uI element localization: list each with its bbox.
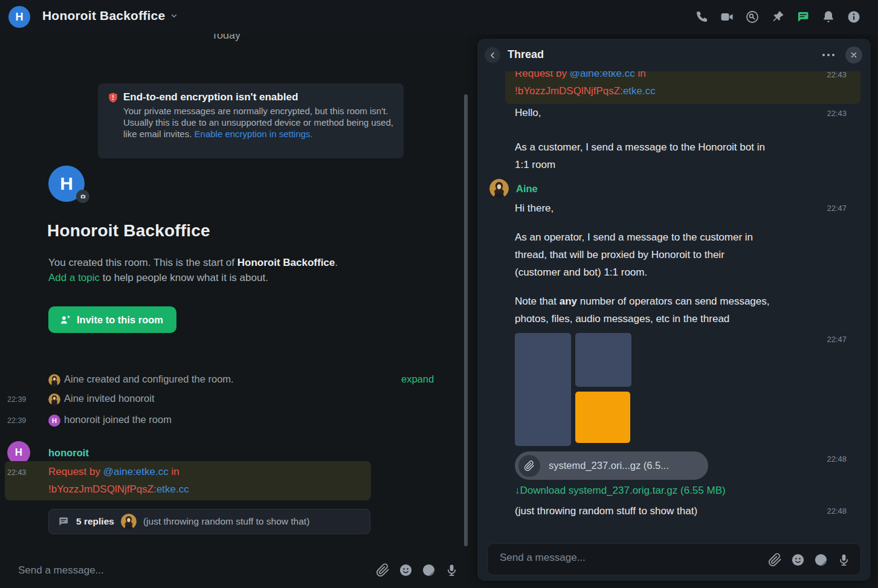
- voice-message-icon[interactable]: [445, 563, 459, 577]
- room-id-text: !bYozzJmDSQlNjfPqsZ: [48, 483, 153, 495]
- event-timestamp: 22:39: [7, 395, 26, 404]
- honoroit-avatar-small[interactable]: H: [48, 415, 60, 427]
- event-row-created: Aine created and configured the room. ex…: [0, 373, 447, 388]
- message-timestamp: 22:43: [7, 468, 26, 477]
- search-icon[interactable]: [745, 10, 760, 24]
- back-icon[interactable]: [485, 47, 500, 63]
- message-text: Request by: [48, 466, 103, 477]
- chevron-down-icon: [170, 11, 178, 20]
- room-id-text: !bYozzJmDSQlNjfPqsZ: [515, 85, 620, 97]
- user-mention-pill[interactable]: @aine:etke.cc: [103, 466, 169, 477]
- room-avatar-small[interactable]: H: [8, 6, 30, 28]
- thread-timeline: Request by @aine:etke.cc in 22:43 !bYozz…: [477, 39, 871, 581]
- reply-count: 5 replies: [76, 516, 114, 527]
- file-attachment[interactable]: systemd_237.ori...gz (6.5...: [515, 451, 708, 480]
- sticker-icon[interactable]: [814, 553, 828, 567]
- timestamp: 22:48: [827, 506, 847, 515]
- image-panel-orange: [575, 392, 630, 443]
- message-line-1: Request by @aine:etke.cc in: [48, 466, 179, 478]
- message-input[interactable]: [18, 562, 357, 579]
- event-text: honoroit joined the room: [64, 414, 172, 425]
- emoji-icon[interactable]: [399, 563, 413, 577]
- invite-button[interactable]: Invite to this room: [48, 306, 176, 333]
- intro-created-text: You created this room. This is the start…: [48, 257, 237, 268]
- event-timestamp: 22:39: [7, 416, 26, 425]
- room-name: Honoroit Backoffice: [42, 8, 165, 23]
- thread-message: (just throwing random stuff to show that…: [515, 505, 697, 517]
- voice-call-icon[interactable]: [694, 10, 709, 24]
- thread-composer-actions: [768, 553, 851, 567]
- sticker-icon[interactable]: [422, 563, 436, 577]
- timestamp: 22:43: [827, 70, 847, 79]
- close-icon[interactable]: [845, 47, 862, 63]
- paperclip-icon: [518, 455, 540, 477]
- room-name-menu[interactable]: Honoroit Backoffice: [42, 8, 178, 23]
- app-root: Today H Honoroit Backoffice: [0, 0, 878, 588]
- encryption-notice-title: End-to-end encryption isn't enabled: [123, 91, 390, 103]
- thread-panel: Request by @aine:etke.cc in 22:43 !bYozz…: [477, 39, 871, 581]
- attach-file-icon[interactable]: [376, 563, 390, 577]
- aine-avatar: [121, 514, 137, 529]
- thread-message: Hello,: [515, 107, 541, 119]
- room-intro-paragraph: You created this room. This is the start…: [48, 255, 338, 285]
- image-attachment[interactable]: [515, 333, 631, 446]
- room-id-link[interactable]: :etke.cc: [153, 483, 189, 495]
- header-actions: [694, 0, 861, 34]
- room-id-link[interactable]: :etke.cc: [620, 85, 656, 97]
- thread-preview-text: (just throwing random stuff to show that…: [143, 516, 309, 527]
- encryption-notice-body: Your private messages are normally encry…: [123, 105, 394, 140]
- sender-name[interactable]: Aine: [516, 183, 538, 195]
- intro-period: .: [335, 257, 338, 268]
- download-link[interactable]: ↓Download systemd_237.orig.tar.gz (6.55 …: [515, 485, 726, 497]
- event-row-joined: 22:39 H honoroit joined the room: [0, 414, 447, 428]
- thread-composer: [487, 543, 861, 575]
- voice-message-icon[interactable]: [837, 553, 851, 567]
- intro-topic-text: to help people know what it is about.: [100, 272, 268, 283]
- composer-actions: [376, 563, 459, 577]
- message-line-2: !bYozzJmDSQlNjfPqsZ:etke.cc: [48, 483, 189, 496]
- aine-avatar[interactable]: [48, 393, 60, 405]
- thread-root-line-2: !bYozzJmDSQlNjfPqsZ:etke.cc: [515, 85, 656, 97]
- thread-message-input[interactable]: [500, 552, 754, 564]
- avatar-letter: H: [48, 415, 60, 427]
- notifications-icon[interactable]: [821, 10, 836, 24]
- file-name: systemd_237.ori...gz (6.5...: [549, 460, 669, 471]
- room-info-icon[interactable]: [847, 10, 861, 24]
- timestamp: 22:43: [827, 109, 847, 118]
- sender-name[interactable]: honoroit: [48, 447, 89, 459]
- video-call-icon[interactable]: [720, 10, 734, 24]
- message-text: number of operators can send messages,: [577, 296, 769, 307]
- image-panel-top-right: [575, 333, 631, 387]
- room-avatar-letter: H: [16, 11, 24, 24]
- enable-encryption-link[interactable]: Enable encryption in settings.: [195, 129, 313, 139]
- message-text: in: [169, 466, 179, 477]
- add-topic-link[interactable]: Add a topic: [48, 272, 100, 283]
- thread-message: Hi there,: [515, 202, 554, 215]
- thread-summary[interactable]: 5 replies (just throwing random stuff to…: [48, 509, 370, 534]
- thread-message-line: photos, files, audio messages, etc in th…: [515, 313, 729, 325]
- thread-message-line: Note that any number of operators can se…: [515, 296, 769, 308]
- invite-button-label: Invite to this room: [77, 314, 163, 326]
- aine-avatar[interactable]: [48, 374, 60, 386]
- pinned-messages-icon[interactable]: [770, 10, 785, 24]
- timestamp: 22:47: [827, 204, 847, 213]
- timestamp: 22:47: [827, 335, 847, 344]
- emoji-icon[interactable]: [791, 553, 805, 567]
- timeline-scrollbar[interactable]: [464, 94, 468, 546]
- thread-panel-title: Thread: [508, 48, 544, 61]
- thread-message-line: As an operator, I send a message to the …: [515, 231, 753, 244]
- camera-icon[interactable]: [76, 190, 89, 203]
- threads-icon[interactable]: [796, 10, 810, 24]
- intro-room-name-bold: Honoroit Backoffice: [237, 257, 335, 268]
- attach-file-icon[interactable]: [768, 553, 782, 567]
- message-text: Note that: [515, 296, 560, 307]
- thread-message-line: 1:1 room: [515, 159, 555, 171]
- more-options-icon[interactable]: [821, 50, 836, 60]
- aine-avatar[interactable]: [489, 179, 509, 198]
- thread-panel-header: Thread: [477, 39, 871, 71]
- avatar-letter: H: [15, 447, 22, 459]
- room-avatar-letter: H: [60, 173, 73, 194]
- shield-warning-icon: [107, 92, 119, 104]
- expand-link[interactable]: expand: [401, 373, 434, 385]
- message-text-bold: any: [560, 296, 577, 307]
